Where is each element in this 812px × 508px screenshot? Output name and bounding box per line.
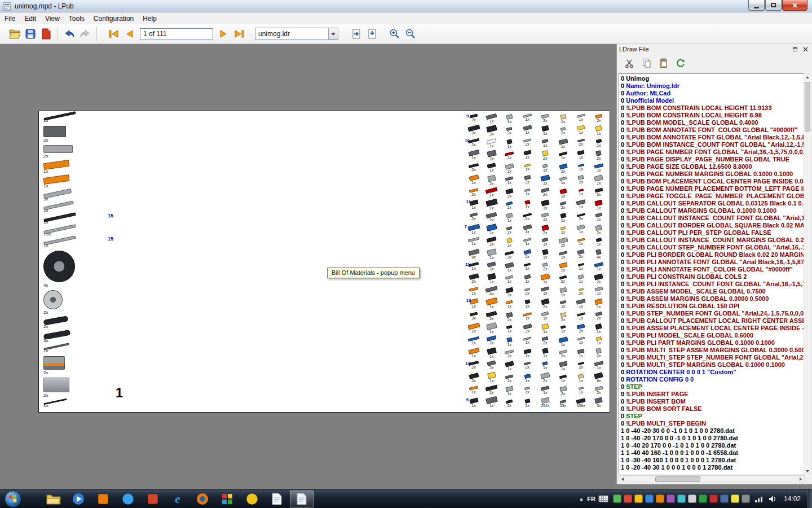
tray-icon-13[interactable]	[742, 494, 750, 503]
show-desktop-button[interactable]	[807, 489, 812, 508]
graphics-view[interactable]: 1x2x2x1x1x3x1x151x13x157x4x2x2x3x1x2x2x1…	[0, 44, 812, 489]
menu-item-edit[interactable]: Edit	[20, 13, 41, 24]
vertical-scrollbar[interactable]	[804, 73, 811, 475]
paste-button[interactable]	[655, 56, 672, 71]
scroll-down-button[interactable]	[804, 468, 811, 475]
part-count: 2x	[597, 231, 601, 235]
taskbar-explorer[interactable]	[42, 491, 65, 507]
taskbar-firefox[interactable]	[191, 491, 214, 507]
taskbar-app-yellow[interactable]	[240, 491, 264, 507]
taskbar-internet-explorer[interactable]: e	[166, 491, 189, 507]
tray-icon-4[interactable]	[645, 494, 654, 503]
part-image	[594, 174, 604, 181]
part-count: 2x	[579, 365, 583, 370]
taskbar-lpub[interactable]	[290, 491, 314, 507]
vscroll-thumb[interactable]	[805, 82, 810, 132]
menu-item-help[interactable]: Help	[138, 13, 161, 24]
combo-dropdown-button[interactable]	[328, 28, 338, 40]
refresh-button[interactable]	[672, 56, 689, 71]
fit-visible-button[interactable]	[364, 26, 380, 42]
taskbar-mlcad[interactable]	[215, 491, 239, 507]
network-icon[interactable]	[754, 495, 764, 503]
previous-page-button[interactable]	[122, 26, 138, 42]
part-image	[506, 238, 513, 243]
bom-part: 1x	[469, 176, 479, 185]
taskbar-notepad[interactable]	[265, 491, 289, 507]
panel-header[interactable]: LDraw File	[617, 44, 812, 54]
last-page-icon	[233, 29, 245, 38]
ldraw-text-editor[interactable]: 0 Unimog0 Name: Unimog.ldr0 Author: MLCa…	[619, 73, 805, 475]
undo-button[interactable]	[61, 26, 77, 42]
bom-part: 1x	[577, 338, 585, 345]
keyboard-icon[interactable]	[598, 495, 608, 502]
taskbar-browser[interactable]	[116, 491, 140, 507]
tray-icon-9[interactable]	[699, 494, 707, 503]
tray-icon-7[interactable]	[677, 494, 686, 503]
menu-item-view[interactable]: View	[41, 13, 64, 24]
maximize-button[interactable]	[765, 0, 782, 11]
bom-part: 1x	[559, 375, 567, 383]
part-count: 1x	[579, 205, 583, 209]
part-count: 1x	[471, 390, 475, 395]
volume-icon[interactable]	[768, 495, 777, 503]
close-button[interactable]	[782, 0, 807, 11]
panel-part-image	[43, 160, 69, 170]
menu-item-configuration[interactable]: Configuration	[89, 13, 138, 24]
start-button[interactable]	[5, 491, 21, 507]
scroll-right-button[interactable]	[797, 476, 804, 483]
bom-part: 1x	[487, 323, 497, 334]
tray-icon-5[interactable]	[656, 494, 664, 503]
part-count: 1x	[489, 119, 493, 124]
tray-icon-1[interactable]	[613, 494, 621, 503]
part-count: 2x	[43, 393, 48, 398]
panel-close-button[interactable]	[801, 45, 810, 53]
menu-item-tools[interactable]: Tools	[64, 13, 89, 24]
tray-expand-button[interactable]: ▲	[579, 496, 584, 502]
part-count: 1x	[579, 167, 583, 172]
menu-item-file[interactable]: File	[0, 13, 20, 24]
model-select-combo[interactable]: unimog.ldr	[255, 28, 338, 40]
tray-icon-11[interactable]	[720, 494, 729, 503]
hscroll-thumb[interactable]	[655, 476, 700, 482]
scroll-left-button[interactable]	[619, 476, 626, 483]
title-bar[interactable]: unimog.mpd - LPub	[0, 0, 812, 12]
bom-part: 1x	[505, 362, 514, 371]
bom-part: 2x	[469, 189, 478, 197]
copy-button[interactable]	[638, 56, 655, 71]
fit-width-button[interactable]	[348, 26, 364, 42]
tray-icon-3[interactable]	[634, 494, 643, 503]
taskbar-media-player[interactable]	[67, 491, 90, 507]
export-pdf-button[interactable]	[38, 26, 54, 42]
tray-icon-2[interactable]	[624, 494, 632, 503]
taskbar-app-orange[interactable]	[91, 491, 115, 507]
zoom-out-button[interactable]	[403, 26, 418, 42]
tray-icon-8[interactable]	[688, 494, 696, 503]
first-page-button[interactable]	[106, 26, 122, 42]
panel-float-button[interactable]	[791, 45, 800, 53]
last-page-button[interactable]	[231, 26, 247, 42]
page-number-input[interactable]	[140, 28, 213, 40]
taskbar-clock[interactable]: 14:02	[784, 495, 801, 503]
tray-icon-12[interactable]	[731, 494, 739, 503]
save-file-button[interactable]	[23, 26, 38, 42]
zoom-in-button[interactable]	[387, 26, 403, 42]
cut-button[interactable]	[621, 56, 638, 71]
language-indicator[interactable]: FR	[587, 496, 595, 502]
bom-part: 1x	[469, 349, 479, 358]
taskbar-app-red[interactable]	[141, 491, 165, 507]
bom-part: 1x	[541, 287, 549, 296]
ldraw-line: 1 0 -40 -20 30 0 0 -1 0 1 0 1 0 0 2780.d…	[621, 427, 804, 435]
open-file-button[interactable]	[7, 26, 23, 42]
bom-page[interactable]: 1x2x2x1x1x3x1x151x13x157x4x2x2x3x1x2x2x1…	[38, 111, 610, 413]
bom-part: 53x	[560, 400, 566, 408]
tray-icon-6[interactable]	[667, 494, 675, 503]
next-page-button[interactable]	[215, 26, 231, 42]
bom-part: 1x	[541, 312, 549, 321]
part-count: 2x	[597, 391, 601, 395]
part-count: 2x	[543, 341, 547, 345]
tray-icon-10[interactable]	[709, 494, 718, 503]
redo-button[interactable]	[77, 26, 93, 42]
horizontal-scrollbar[interactable]	[619, 475, 805, 483]
scroll-up-button[interactable]	[804, 74, 811, 81]
minimize-button[interactable]	[748, 0, 765, 11]
